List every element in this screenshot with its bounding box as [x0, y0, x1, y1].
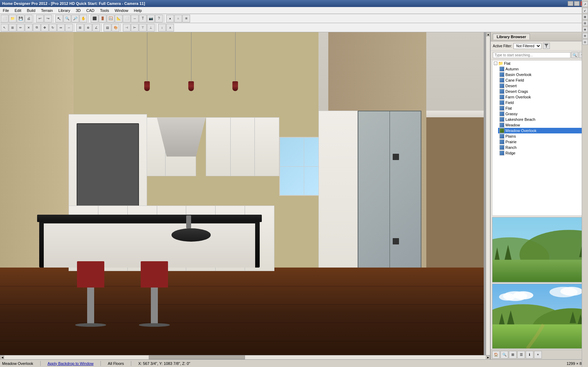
tree-item-meadow-overlook[interactable]: Meadow Overlook [498, 128, 586, 133]
zoom-out-button[interactable]: 🔎 [71, 15, 79, 22]
lib-details-button[interactable]: ℹ [526, 351, 533, 359]
scroll-right-button[interactable]: ▶ [486, 355, 490, 360]
search-input[interactable] [493, 52, 570, 58]
delete-btn[interactable]: ✕ [25, 24, 33, 32]
tree-item-meadow[interactable]: Meadow [498, 122, 586, 128]
measure-btn[interactable]: ↕ [158, 24, 166, 32]
filter-select[interactable]: Not Filtered Filtered [513, 43, 541, 49]
material-btn[interactable]: 🎨 [112, 24, 119, 32]
menu-file[interactable]: File [0, 8, 12, 13]
copy-btn[interactable]: ⧉ [33, 24, 41, 32]
menu-edit[interactable]: Edit [12, 8, 24, 13]
menu-3d[interactable]: 3D [73, 8, 83, 13]
tree-item-basin-overlook[interactable]: Basin Overlook [498, 72, 586, 77]
fence-btn[interactable]: ⊞ [182, 15, 190, 22]
door-btn[interactable]: 🚪 [99, 15, 106, 22]
print-button[interactable]: 🖨 [25, 15, 33, 22]
snap-angle-btn[interactable]: ∠ [92, 24, 100, 32]
side-icon-4[interactable]: ⊟ [582, 20, 588, 26]
tree-item-plains[interactable]: Plains [498, 133, 586, 139]
menu-tools[interactable]: Tools [97, 8, 112, 13]
side-icon-5[interactable]: ⊕ [582, 27, 588, 32]
tree-item-field[interactable]: Field [498, 100, 586, 105]
viewport-scrollbar[interactable]: ▲ ▼ [486, 32, 490, 359]
redo-button[interactable]: ↪ [44, 15, 52, 22]
rotate-btn[interactable]: ↻ [49, 24, 57, 32]
tree-item-desert-crags[interactable]: Desert Crags [498, 89, 586, 94]
tree-item-autumn[interactable]: Autumn [498, 66, 586, 72]
stairs-btn[interactable]: 📐 [115, 15, 122, 22]
side-icon-2[interactable]: ↙ [582, 8, 588, 13]
align-top-btn[interactable]: ⊤ [139, 24, 147, 32]
align-right-btn[interactable]: ⊢ [131, 24, 139, 32]
horizontal-scrollbar[interactable]: ◀ ▶ [0, 355, 490, 359]
align-bottom-btn[interactable]: ⊥ [147, 24, 155, 32]
select-similar-btn[interactable]: ⊞ [9, 24, 16, 32]
undo-button[interactable]: ↩ [36, 15, 44, 22]
scroll-up-button[interactable]: ▲ [486, 32, 490, 36]
camera-btn[interactable]: 📷 [147, 15, 155, 22]
layer-btn[interactable]: ▤ [104, 24, 111, 32]
maximize-button[interactable]: □ [574, 1, 580, 6]
new-button[interactable]: ⬜ [1, 15, 8, 22]
select-button[interactable]: ↖ [55, 15, 63, 22]
zoom-in-button[interactable]: 🔍 [63, 15, 71, 22]
menu-library[interactable]: Library [56, 8, 73, 13]
lib-search-button[interactable]: 🔍 [500, 351, 508, 359]
angle-measure-btn[interactable]: ∧ [166, 24, 174, 32]
filter-button[interactable] [543, 43, 550, 49]
text-btn[interactable]: T [139, 15, 147, 22]
window-btn[interactable]: 🪟 [107, 15, 114, 22]
tree-item-desert[interactable]: Desert [498, 83, 586, 89]
tree-item-flat-folder[interactable]: - 📁 Flat [492, 61, 586, 66]
side-icon-3[interactable]: ⊞ [582, 14, 588, 20]
lib-list-view-button[interactable]: ☰ [517, 351, 525, 359]
open-button[interactable]: 📁 [9, 15, 16, 22]
snap-grid-btn[interactable]: ⊞ [76, 24, 84, 32]
roof-btn[interactable]: ▲ [166, 15, 174, 22]
lib-add-button[interactable]: + [534, 351, 542, 359]
side-icon-7[interactable]: ⊙ [582, 39, 588, 45]
scroll-left-button[interactable]: ◀ [0, 355, 4, 360]
side-icon-6[interactable]: ⊖ [582, 33, 588, 39]
lib-home-button[interactable]: 🏠 [492, 351, 500, 359]
edit-btn[interactable]: ✏ [17, 24, 24, 32]
library-browser-tab[interactable]: Library Browser [493, 34, 530, 40]
deck-btn[interactable]: ⌂ [174, 15, 182, 22]
wall-btn[interactable]: ⬛ [91, 15, 98, 22]
tree-item-ranch[interactable]: Ranch [498, 145, 586, 150]
save-button[interactable]: 💾 [17, 15, 24, 22]
lib-grid-view-button[interactable]: ⊞ [509, 351, 517, 359]
minimize-button[interactable]: _ [568, 1, 573, 6]
viewport-3d[interactable]: ▲ ▼ [0, 32, 490, 359]
tree-item-cane-field[interactable]: Cane Field [498, 77, 586, 83]
menu-cad[interactable]: CAD [83, 8, 97, 13]
menu-terrain[interactable]: Terrain [38, 8, 56, 13]
menu-window[interactable]: Window [112, 8, 131, 13]
pan-button[interactable]: ✋ [79, 15, 87, 22]
search-button[interactable]: 🔍 [571, 52, 578, 58]
menu-help[interactable]: Help [131, 8, 145, 13]
side-icon-1[interactable]: ↗ [582, 1, 588, 7]
menu-build[interactable]: Build [24, 8, 38, 13]
tree-item-prairie[interactable]: Prairie [498, 139, 586, 145]
room-btn[interactable]: ⬜ [123, 15, 131, 22]
tree-item-flat[interactable]: Flat [498, 105, 586, 111]
dimension-btn[interactable]: ↔ [131, 15, 139, 22]
select-objects-btn[interactable]: ↖ [1, 24, 8, 32]
tree-item-grassy[interactable]: Grassy [498, 111, 586, 117]
align-left-btn[interactable]: ⊣ [123, 24, 131, 32]
snap-point-btn[interactable]: ⊕ [84, 24, 92, 32]
expand-flat-button[interactable]: - [494, 62, 497, 65]
tree-item-farm-overlook[interactable]: Farm Overlook [498, 94, 586, 100]
pendant-light-2 [186, 32, 196, 91]
move-btn[interactable]: ✥ [41, 24, 49, 32]
tree-item-ridge[interactable]: Ridge [498, 150, 586, 156]
tree-view[interactable]: - 📁 Flat Autumn Basin Overlook [492, 60, 587, 216]
resize-btn[interactable]: ↔ [65, 24, 73, 32]
main-toolbar: ⬜ 📁 💾 🖨 ↩ ↪ ↖ 🔍 🔎 ✋ ⬛ 🚪 🪟 📐 ⬜ ↔ T 📷 ? ▲ … [0, 14, 588, 23]
panel-resize-handle[interactable] [484, 32, 486, 359]
mirror-btn[interactable]: ⇔ [57, 24, 65, 32]
tree-item-lakeshore-beach[interactable]: Lakeshore Beach [498, 117, 586, 122]
help-btn[interactable]: ? [155, 15, 163, 22]
